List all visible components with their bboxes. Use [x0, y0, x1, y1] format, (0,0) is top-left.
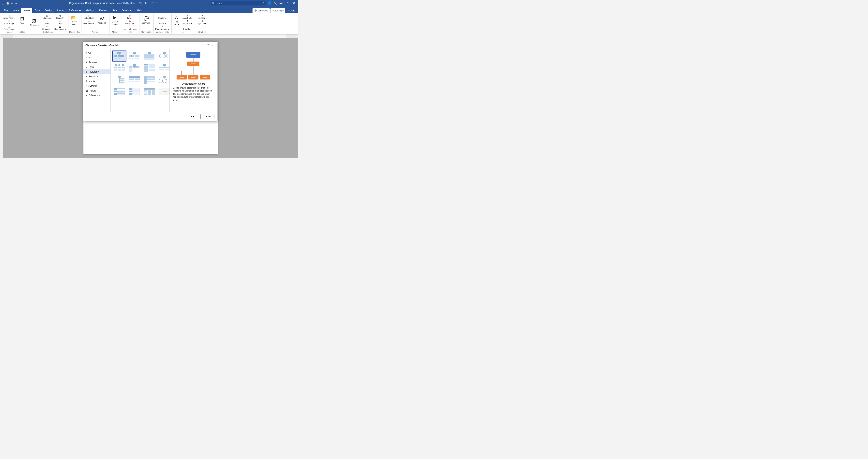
category-pyramid-label: Pyramid: [88, 85, 97, 87]
smartart-hierarchy-9[interactable]: [112, 74, 126, 85]
svg-rect-37: [122, 67, 125, 68]
svg-rect-54: [144, 68, 148, 70]
svg-text:[Layout]: [Layout]: [161, 91, 167, 93]
category-cycle[interactable]: ↻ Cycle: [83, 65, 111, 69]
svg-rect-89: [114, 93, 117, 95]
category-matrix[interactable]: ⊞ Matrix: [83, 79, 111, 84]
svg-rect-39: [118, 69, 121, 71]
svg-rect-35: [114, 67, 117, 68]
svg-rect-82: [163, 76, 166, 78]
svg-rect-40: [122, 69, 125, 71]
smartart-hierarchy-6[interactable]: [127, 62, 142, 73]
svg-rect-104: [152, 90, 155, 95]
category-hierarchy[interactable]: ⊞ Hierarchy: [83, 69, 111, 74]
svg-rect-23: [144, 55, 154, 56]
svg-rect-76: [135, 81, 137, 82]
svg-rect-98: [132, 88, 140, 95]
svg-rect-107: [144, 93, 147, 94]
svg-rect-36: [118, 67, 121, 68]
smartart-hierarchy-8[interactable]: [157, 62, 169, 73]
svg-rect-15: [131, 58, 133, 59]
svg-rect-62: [165, 69, 169, 70]
smartart-hierarchy-10[interactable]: [127, 74, 142, 85]
svg-rect-101: [144, 88, 155, 90]
smartart-hierarchy-12[interactable]: [157, 74, 169, 85]
smartart-hierarchy-13[interactable]: [112, 86, 126, 97]
smartart-hierarchy-7[interactable]: [142, 62, 156, 73]
category-list[interactable]: ≡ List: [83, 55, 111, 60]
preview-mid-box: [187, 62, 199, 66]
svg-rect-81: [147, 81, 155, 83]
smartart-thumbnails: [Layout]: [111, 49, 169, 112]
svg-rect-41: [133, 64, 136, 66]
svg-rect-91: [117, 91, 125, 92]
smartart-hierarchy-14[interactable]: [127, 86, 142, 97]
svg-rect-61: [159, 69, 164, 70]
svg-rect-17: [137, 58, 139, 59]
svg-rect-1: [115, 55, 117, 57]
svg-rect-78: [144, 76, 147, 84]
svg-point-33: [118, 64, 120, 66]
category-all-label: All: [88, 52, 91, 54]
svg-rect-25: [144, 58, 154, 60]
preview-bot2-box: [188, 75, 198, 80]
svg-rect-14: [129, 58, 131, 59]
svg-point-32: [115, 64, 117, 66]
category-officecom[interactable]: ⊕ Office.com: [83, 93, 111, 98]
dialog-help-button[interactable]: ?: [207, 43, 210, 47]
smartart-hierarchy-3[interactable]: [142, 51, 156, 62]
svg-rect-67: [119, 82, 124, 84]
dialog-body: ≡ All ≡ List ⊕ Process ↻ Cycle ⊞ Hiera: [83, 49, 217, 112]
dialog-title-icons: ? ✕: [207, 43, 214, 47]
svg-rect-52: [144, 64, 148, 65]
smartart-org-chart[interactable]: [112, 51, 126, 62]
svg-point-30: [166, 55, 169, 57]
svg-rect-53: [144, 66, 148, 68]
cancel-button[interactable]: Cancel: [200, 114, 214, 119]
preview-top-box: [186, 52, 200, 58]
svg-rect-27: [163, 52, 166, 54]
category-picture[interactable]: 🖼 Picture: [83, 88, 111, 93]
dialog-preview: Organization Chart Use to show hierarchi…: [169, 49, 217, 112]
svg-rect-106: [144, 92, 147, 93]
smartart-hierarchy-11[interactable]: [142, 74, 156, 85]
list-icon: ≡: [86, 56, 87, 59]
smartart-hierarchy-16[interactable]: [Layout]: [157, 86, 169, 97]
category-list-label: List: [88, 56, 92, 59]
smartart-hierarchy-2[interactable]: [127, 51, 142, 62]
svg-rect-77: [137, 81, 140, 82]
smartart-hierarchy-5[interactable]: [112, 62, 126, 73]
svg-rect-87: [114, 88, 117, 90]
category-process-label: Process: [89, 61, 97, 64]
smartart-hierarchy-15[interactable]: [142, 86, 156, 97]
svg-rect-92: [117, 93, 125, 94]
svg-rect-80: [147, 79, 155, 80]
process-icon: ⊕: [86, 61, 87, 64]
svg-rect-0: [117, 52, 121, 54]
svg-rect-73: [135, 79, 140, 80]
svg-point-29: [163, 55, 166, 57]
category-relationship-label: Relations...: [89, 75, 100, 78]
category-relationship[interactable]: ⊕ Relations...: [83, 74, 111, 79]
dialog-close-button[interactable]: ✕: [211, 43, 214, 47]
pyramid-icon: △: [86, 85, 87, 87]
svg-rect-11: [133, 52, 136, 54]
svg-rect-16: [135, 58, 137, 59]
svg-rect-66: [119, 80, 124, 82]
svg-rect-79: [147, 76, 155, 78]
svg-rect-24: [144, 56, 154, 58]
org-chart-preview: [175, 52, 212, 81]
svg-rect-105: [144, 91, 147, 92]
smartart-dialog: Choose a SmartArt Graphic ? ✕ ≡ All ≡ Li…: [83, 41, 217, 121]
category-pyramid[interactable]: △ Pyramid: [83, 84, 111, 88]
category-all[interactable]: ≡ All: [83, 51, 111, 55]
smartart-hierarchy-4[interactable]: [157, 51, 169, 62]
matrix-icon: ⊞: [86, 80, 87, 83]
ok-button[interactable]: OK: [187, 114, 199, 119]
svg-rect-45: [129, 68, 132, 70]
svg-rect-64: [118, 76, 121, 78]
dialog-footer: OK Cancel: [83, 112, 217, 121]
category-process[interactable]: ⊕ Process: [83, 60, 111, 65]
svg-rect-97: [129, 93, 131, 95]
svg-rect-103: [148, 90, 151, 95]
